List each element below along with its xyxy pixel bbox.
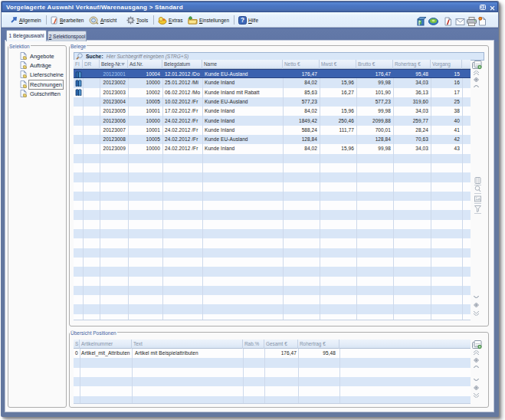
svg-text:?: ? <box>241 17 244 24</box>
